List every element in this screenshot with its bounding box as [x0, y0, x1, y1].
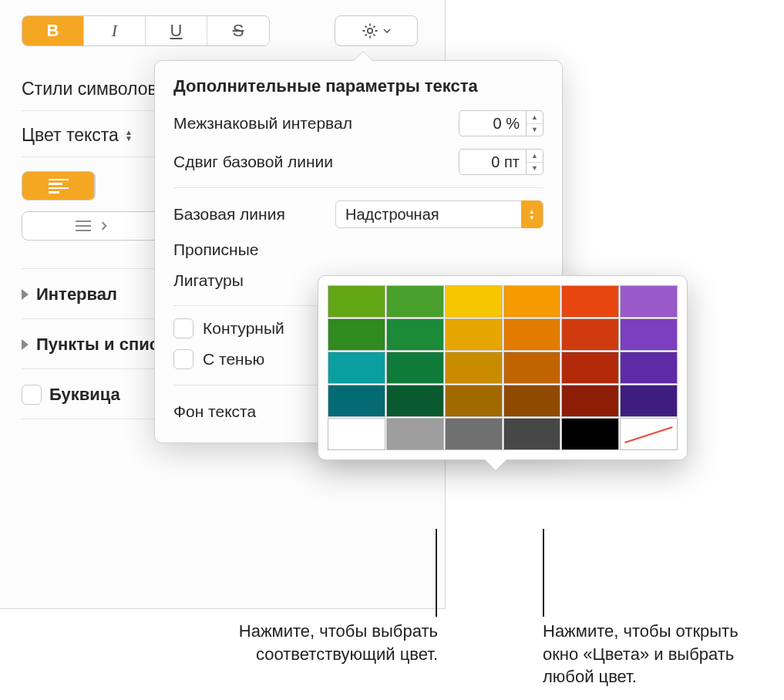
color-swatch[interactable] — [503, 418, 561, 450]
shadow-label: С тенью — [203, 350, 264, 369]
tracking-stepper[interactable]: ▲▼ — [527, 110, 543, 136]
color-swatch[interactable] — [445, 385, 503, 417]
dropcap-checkbox[interactable] — [22, 385, 42, 405]
list-icon — [74, 219, 96, 233]
baseline-shift-input[interactable]: 0 пт — [459, 149, 527, 175]
color-swatch[interactable] — [328, 385, 385, 417]
tracking-label: Межзнаковый интервал — [173, 114, 352, 133]
chevron-right-icon — [22, 339, 29, 350]
outline-checkbox[interactable] — [173, 318, 193, 338]
color-swatch[interactable] — [561, 352, 619, 384]
color-swatch[interactable] — [561, 418, 619, 450]
advanced-options-button[interactable] — [335, 15, 418, 46]
color-swatch[interactable] — [445, 352, 503, 384]
color-swatch[interactable] — [386, 385, 444, 417]
color-swatch[interactable] — [561, 285, 619, 318]
color-swatch[interactable] — [328, 318, 385, 351]
underline-button[interactable]: U — [146, 16, 207, 45]
color-swatch[interactable] — [328, 352, 385, 384]
palette-grid — [328, 285, 678, 450]
ligatures-label: Лигатуры — [173, 271, 244, 290]
strikethrough-button[interactable]: S — [207, 16, 269, 45]
text-color-label: Цвет текста — [22, 125, 119, 146]
caps-label: Прописные — [173, 241, 258, 259]
callout-right: Нажмите, чтобы открыть окно «Цвета» и вы… — [543, 620, 774, 688]
text-background-label: Фон текста — [173, 402, 256, 421]
color-swatch[interactable] — [445, 318, 503, 351]
color-swatch[interactable] — [561, 318, 619, 351]
color-swatch[interactable] — [445, 418, 503, 450]
baseline-shift-label: Сдвиг базовой линии — [173, 153, 333, 171]
italic-button[interactable]: I — [84, 16, 146, 45]
color-palette-popover — [318, 275, 688, 460]
spacing-label: Интервал — [36, 284, 117, 305]
color-swatch[interactable] — [328, 418, 385, 450]
color-swatch[interactable] — [503, 285, 561, 318]
shadow-checkbox[interactable] — [173, 349, 193, 369]
chevron-right-icon — [99, 220, 109, 231]
tracking-row: Межзнаковый интервал 0 % ▲▼ — [173, 110, 543, 136]
color-swatch[interactable] — [328, 285, 385, 318]
align-segment-group — [22, 171, 96, 200]
color-swatch[interactable] — [503, 318, 561, 351]
color-swatch[interactable] — [620, 385, 678, 417]
style-segment-group: B I U S — [22, 15, 270, 46]
tracking-input[interactable]: 0 % — [459, 110, 527, 136]
updown-icon: ▲▼ — [521, 200, 543, 228]
color-swatch[interactable] — [503, 385, 561, 417]
bold-button[interactable]: B — [22, 16, 84, 45]
color-swatch[interactable] — [445, 285, 503, 318]
chevron-down-icon — [382, 26, 392, 35]
baseline-dropdown[interactable]: Надстрочная ▲▼ — [335, 200, 543, 228]
color-swatch[interactable] — [386, 285, 444, 318]
svg-point-0 — [368, 29, 372, 33]
list-indent-button[interactable] — [22, 211, 162, 241]
gear-icon — [361, 22, 379, 40]
color-swatch[interactable] — [620, 285, 678, 318]
callout-left: Нажмите, чтобы выбрать соответствующий ц… — [153, 620, 438, 665]
popover-title: Дополнительные параметры текста — [173, 76, 543, 96]
color-swatch[interactable] — [620, 318, 678, 351]
text-style-toolbar: B I U S — [22, 15, 423, 46]
color-swatch[interactable] — [620, 352, 678, 384]
baseline-shift-row: Сдвиг базовой линии 0 пт ▲▼ — [173, 149, 543, 175]
caps-row: Прописные — [173, 241, 543, 259]
align-left-button[interactable] — [22, 172, 95, 200]
color-swatch[interactable] — [386, 318, 444, 351]
color-swatch[interactable] — [386, 418, 444, 450]
no-color-swatch[interactable] — [620, 418, 678, 450]
callout-line — [543, 529, 544, 617]
chevron-right-icon — [22, 289, 29, 300]
color-swatch[interactable] — [503, 352, 561, 384]
baseline-shift-stepper[interactable]: ▲▼ — [527, 149, 543, 175]
outline-label: Контурный — [203, 319, 284, 338]
callout-line — [436, 529, 437, 617]
baseline-row: Базовая линия Надстрочная ▲▼ — [173, 200, 543, 228]
color-swatch[interactable] — [561, 385, 619, 417]
updown-icon: ▲▼ — [125, 130, 133, 142]
color-swatch[interactable] — [386, 352, 444, 384]
baseline-label: Базовая линия — [173, 205, 285, 224]
baseline-value: Надстрочная — [345, 206, 439, 224]
dropcap-label: Буквица — [49, 385, 120, 405]
